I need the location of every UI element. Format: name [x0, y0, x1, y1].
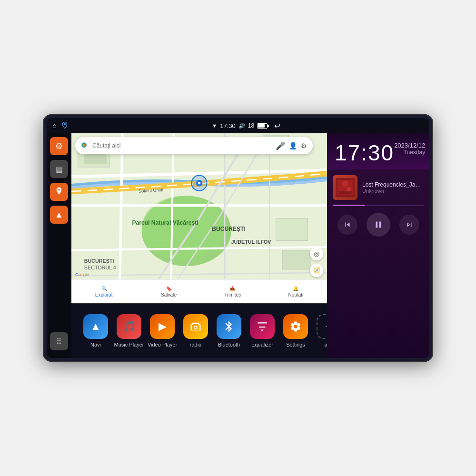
- app-settings[interactable]: Settings: [279, 314, 312, 347]
- radio-icon: [183, 314, 208, 339]
- svg-point-0: [64, 123, 66, 125]
- app-navi[interactable]: ▲ Navi: [79, 314, 112, 347]
- equalizer-label: Equalizer: [251, 342, 273, 347]
- music-text: Lost Frequencies_Janie... Unknown: [362, 181, 424, 194]
- add-icon: +: [317, 314, 327, 339]
- svg-point-30: [198, 182, 200, 184]
- map-news[interactable]: 🔔 Noutăți: [288, 286, 304, 298]
- svg-point-37: [342, 181, 348, 187]
- svg-point-34: [83, 144, 85, 146]
- volume-icon: 🔊: [238, 123, 245, 129]
- bluetooth-icon: [217, 314, 241, 339]
- map-explore[interactable]: 🔍 Explorați: [95, 286, 114, 298]
- battery-count: 18: [248, 122, 254, 129]
- video-player-label: Video Player: [148, 342, 177, 347]
- equalizer-icon: [250, 314, 275, 339]
- map-svg: AXIS Premium Mobility - Sud Pizza & Bake…: [71, 133, 327, 303]
- svg-text:SECTORUL 4: SECTORUL 4: [84, 265, 116, 270]
- sidebar-item-navigation[interactable]: ▲: [50, 206, 68, 224]
- center-area: AXIS Premium Mobility - Sud Pizza & Bake…: [71, 133, 327, 358]
- home-icon[interactable]: ⌂: [52, 122, 56, 129]
- map-background: AXIS Premium Mobility - Sud Pizza & Bake…: [71, 133, 327, 303]
- svg-text:Parcul Natural Văcărești: Parcul Natural Văcărești: [132, 219, 198, 226]
- wifi-icon: ▼: [212, 123, 217, 129]
- music-artist: Unknown: [362, 188, 424, 194]
- status-left: ⌂: [52, 121, 69, 130]
- svg-text:BUCUREȘTI: BUCUREȘTI: [212, 226, 245, 232]
- share-label: Trimiteți: [224, 292, 241, 298]
- map-saved[interactable]: 🔖 Salvate: [161, 286, 177, 298]
- clock-date-display: 2023/12/12 Tuesday: [394, 142, 425, 156]
- music-progress-fill: [333, 205, 365, 206]
- google-maps-icon: [81, 142, 89, 149]
- sidebar-item-settings[interactable]: ⚙: [50, 137, 68, 155]
- news-label: Noutăți: [288, 292, 304, 298]
- sidebar: ⚙ ▤ ▲ ⠿: [47, 133, 71, 358]
- explore-label: Explorați: [95, 292, 114, 298]
- bluetooth-label: Bluetooth: [218, 342, 240, 347]
- music-player-icon: 🎵: [117, 314, 141, 339]
- music-progress-bar[interactable]: [333, 205, 424, 206]
- map-container[interactable]: AXIS Premium Mobility - Sud Pizza & Bake…: [71, 133, 327, 303]
- app-add[interactable]: + add: [312, 314, 327, 347]
- status-center: ▼ 17:30 🔊 18 ↩: [212, 121, 280, 130]
- map-search-input[interactable]: [92, 142, 272, 149]
- navi-icon: ▲: [83, 314, 108, 339]
- video-player-icon: ▶: [150, 314, 175, 339]
- battery-icon: [257, 123, 268, 129]
- navi-label: Navi: [90, 342, 101, 347]
- map-search[interactable]: 🎤 👤 ⚙: [75, 137, 313, 154]
- app-radio[interactable]: radio: [179, 314, 212, 347]
- map-bottom-bar: 🔍 Explorați 🔖 Salvate 📤 Trimiteți: [71, 279, 327, 303]
- music-info-row: Lost Frequencies_Janie... Unknown: [333, 175, 424, 200]
- main-area: ⚙ ▤ ▲ ⠿: [47, 133, 429, 358]
- recenter-button[interactable]: ◎: [310, 247, 323, 260]
- device: ⌂ ▼ 17:30 🔊 18 ↩: [43, 114, 433, 362]
- clock-time-display: 17:30: [335, 142, 394, 164]
- app-music-player[interactable]: 🎵 Music Player: [112, 314, 146, 347]
- sidebar-bottom: ⠿: [50, 332, 68, 354]
- svg-text:JUDEȚUL ILFOV: JUDEȚUL ILFOV: [231, 239, 272, 245]
- prev-button[interactable]: [337, 215, 357, 235]
- music-widget: Lost Frequencies_Janie... Unknown: [327, 169, 429, 358]
- radio-label: radio: [190, 342, 201, 347]
- google-logo: Google: [75, 272, 89, 277]
- sidebar-item-apps[interactable]: ⠿: [50, 332, 68, 350]
- app-grid: ▲ Navi 🎵 Music Player ▶ Vi: [71, 303, 327, 358]
- clock-widget: 17:30 2023/12/12 Tuesday: [327, 133, 429, 169]
- album-art: [333, 175, 357, 200]
- svg-point-38: [347, 187, 351, 192]
- sidebar-item-maps[interactable]: [50, 183, 68, 201]
- pause-button[interactable]: [367, 213, 390, 237]
- settings-dots-icon[interactable]: ⚙: [301, 142, 307, 149]
- status-bar: ⌂ ▼ 17:30 🔊 18 ↩: [47, 118, 429, 133]
- music-title: Lost Frequencies_Janie...: [362, 181, 424, 188]
- mic-icon[interactable]: 🎤: [276, 141, 285, 150]
- account-icon[interactable]: 👤: [289, 142, 297, 149]
- maps-status-icon[interactable]: [61, 121, 69, 130]
- app-equalizer[interactable]: Equalizer: [246, 314, 279, 347]
- svg-rect-16: [282, 250, 311, 269]
- app-video-player[interactable]: ▶ Video Player: [146, 314, 179, 347]
- music-player-label: Music Player: [114, 342, 144, 347]
- screen: ⌂ ▼ 17:30 🔊 18 ↩: [47, 118, 429, 358]
- svg-rect-15: [276, 218, 308, 241]
- sidebar-item-files[interactable]: ▤: [50, 160, 68, 178]
- next-button[interactable]: [399, 215, 419, 235]
- svg-rect-39: [338, 191, 351, 194]
- svg-text:BUCUREȘTI: BUCUREȘTI: [84, 258, 114, 264]
- settings-label: Settings: [286, 342, 305, 347]
- back-icon[interactable]: ↩: [274, 121, 280, 130]
- compass-button[interactable]: 🧭: [310, 264, 323, 277]
- settings-app-icon: [283, 314, 308, 339]
- saved-label: Salvate: [161, 292, 177, 298]
- app-bluetooth[interactable]: Bluetooth: [212, 314, 246, 347]
- music-controls: [333, 211, 424, 238]
- right-panel: 17:30 2023/12/12 Tuesday: [327, 133, 429, 358]
- map-share[interactable]: 📤 Trimiteți: [224, 286, 241, 298]
- status-time: 17:30: [220, 122, 236, 129]
